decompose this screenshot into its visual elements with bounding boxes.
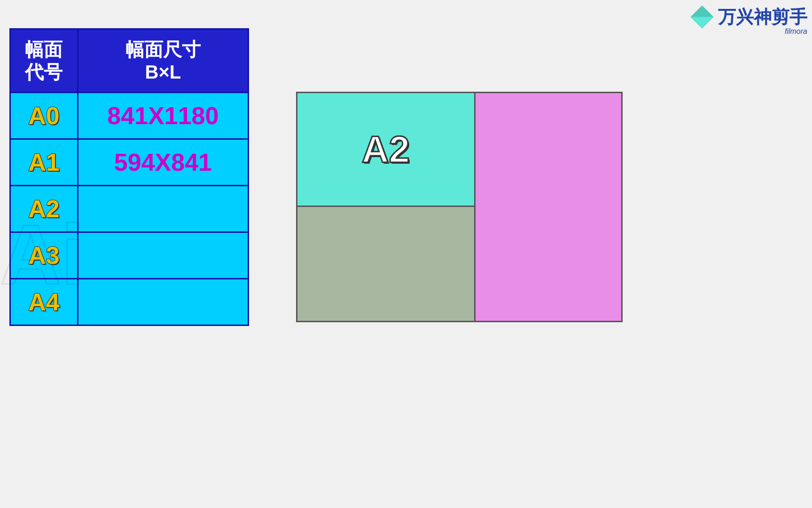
- col-dim-header: 幅面尺寸B×L: [78, 29, 248, 93]
- diagram-a1-cell: [476, 93, 621, 321]
- diagram-outer-rect: A2: [296, 92, 623, 322]
- logo-subtitle: filmora: [785, 27, 807, 36]
- cell-dim-a4: [78, 279, 248, 325]
- cell-dim-a1: 594X841: [78, 139, 248, 186]
- diagram-left-col: A2: [297, 93, 476, 321]
- cell-code-a1: A1: [10, 139, 78, 186]
- cell-dim-a2: [78, 186, 248, 232]
- table-row: A0841X1180: [10, 93, 249, 139]
- diagram-a2-label: A2: [362, 128, 410, 171]
- diagram-a3-cell: [297, 207, 474, 321]
- table-row: A1594X841: [10, 139, 249, 186]
- logo-diamond-icon: [690, 5, 714, 29]
- cell-code-a0: A0: [10, 93, 78, 139]
- ai-watermark: Ai: [0, 206, 85, 303]
- diagram-a2-cell: A2: [297, 93, 474, 207]
- col-code-header: 幅面代号: [10, 29, 78, 93]
- svg-marker-1: [691, 6, 713, 17]
- table-header-row: 幅面代号 幅面尺寸B×L: [10, 29, 249, 93]
- cell-dim-a3: [78, 232, 248, 279]
- paper-size-diagram: A2: [296, 92, 623, 322]
- logo-area: 万兴神剪手: [690, 5, 807, 29]
- logo-title: 万兴神剪手: [718, 5, 807, 29]
- cell-dim-a0: 841X1180: [78, 93, 248, 139]
